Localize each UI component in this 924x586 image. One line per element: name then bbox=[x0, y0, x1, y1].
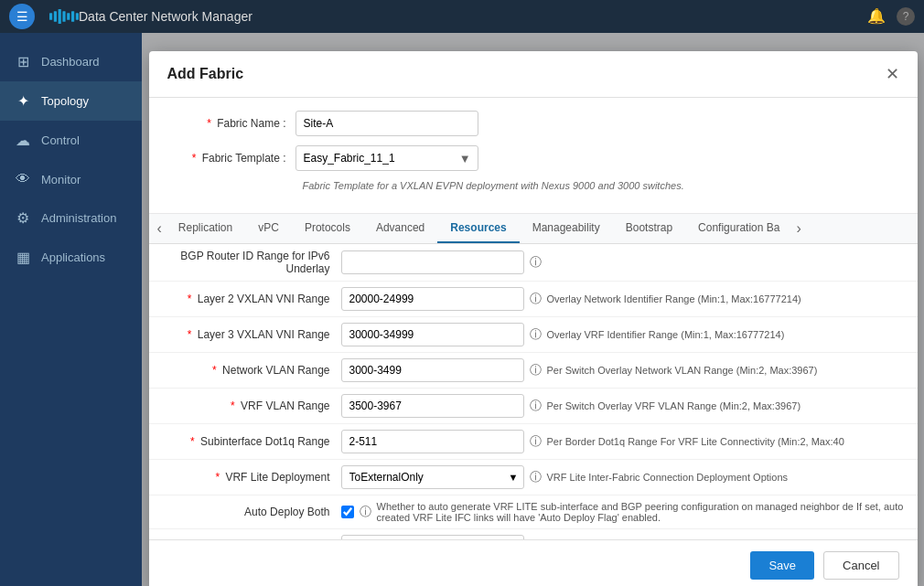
info-text: VRF Lite Inter-Fabric Connection Deploym… bbox=[547, 472, 918, 483]
sidebar-item-control[interactable]: ☁ Control bbox=[0, 121, 142, 160]
close-button[interactable]: ✕ bbox=[886, 64, 899, 84]
row-label: * Network VLAN Range bbox=[149, 364, 341, 377]
sidebar-label-apps: Applications bbox=[41, 250, 105, 264]
info-icon[interactable]: ⓘ bbox=[530, 398, 542, 414]
info-icon[interactable]: ⓘ bbox=[530, 291, 542, 307]
network-vlan-input[interactable] bbox=[341, 358, 524, 382]
fabric-name-label: * Fabric Name : bbox=[167, 117, 295, 130]
table-row: * Subinterface Dot1q Range ⓘ Per Border … bbox=[149, 424, 918, 460]
tab-protocols[interactable]: Protocols bbox=[292, 214, 363, 243]
fabric-name-row: * Fabric Name : bbox=[167, 111, 899, 136]
table-row: * Network VLAN Range ⓘ Per Switch Overla… bbox=[149, 353, 918, 389]
info-text: Whether to auto generate VRF LITE sub-in… bbox=[377, 501, 918, 523]
row-label: Auto Deploy Both bbox=[149, 506, 341, 518]
svg-rect-3 bbox=[62, 11, 65, 22]
apps-icon: ▦ bbox=[14, 249, 32, 266]
tabs-container: ‹ Replication vPC Protocols Advanced Res… bbox=[149, 214, 918, 244]
info-icon[interactable]: ⓘ bbox=[530, 469, 542, 485]
row-label: * VRF VLAN Range bbox=[149, 400, 341, 412]
dashboard-icon: ⊞ bbox=[14, 53, 32, 70]
help-icon[interactable]: ? bbox=[897, 7, 915, 26]
table-row: * VRF Lite Subnet IP Range ⓘ Address ran… bbox=[149, 529, 918, 539]
cancel-button[interactable]: Cancel bbox=[823, 551, 898, 580]
sidebar-label-topology: Topology bbox=[41, 94, 89, 108]
svg-rect-0 bbox=[49, 13, 52, 19]
modal-title: Add Fabric bbox=[167, 66, 244, 82]
vrf-vlan-input[interactable] bbox=[341, 394, 524, 418]
tab-vpc[interactable]: vPC bbox=[245, 214, 292, 243]
sidebar-item-administration[interactable]: ⚙ Administration bbox=[0, 198, 142, 238]
row-label: * Layer 3 VXLAN VNI Range bbox=[149, 328, 341, 341]
table-row: * Layer 2 VXLAN VNI Range ⓘ Overlay Netw… bbox=[149, 282, 918, 317]
sidebar-item-dashboard[interactable]: ⊞ Dashboard bbox=[0, 42, 142, 81]
sidebar-label-control: Control bbox=[41, 133, 80, 147]
tab-config-backup[interactable]: Configuration Ba bbox=[685, 214, 792, 243]
fabric-name-input[interactable] bbox=[295, 111, 478, 136]
l3-vxlan-input[interactable] bbox=[341, 323, 524, 346]
tab-manageability[interactable]: Manageability bbox=[520, 214, 613, 243]
info-text: Per Border Dot1q Range For VRF Lite Conn… bbox=[547, 436, 918, 447]
svg-rect-1 bbox=[54, 11, 57, 22]
modal-overlay: Add Fabric ✕ * Fabric Name : * bbox=[142, 33, 924, 586]
modal-header: Add Fabric ✕ bbox=[149, 51, 918, 98]
info-icon[interactable]: ⓘ bbox=[530, 326, 542, 343]
cisco-logo bbox=[49, 7, 79, 26]
table-row: * VRF VLAN Range ⓘ Per Switch Overlay VR… bbox=[149, 389, 918, 424]
row-label: BGP Router ID Range for IPv6 Underlay bbox=[149, 250, 341, 275]
fabric-form: * Fabric Name : * Fabric Template : Easy bbox=[149, 98, 918, 214]
l2-vxlan-input[interactable] bbox=[341, 287, 524, 311]
hamburger-icon[interactable]: ☰ bbox=[9, 4, 35, 29]
fabric-template-select[interactable]: Easy_Fabric_11_1 bbox=[295, 145, 478, 171]
info-icon[interactable]: ⓘ bbox=[530, 433, 542, 450]
modal-footer: Save Cancel bbox=[149, 539, 918, 586]
save-button[interactable]: Save bbox=[750, 551, 814, 580]
fabric-template-hint: Fabric Template for a VXLAN EVPN deploym… bbox=[303, 180, 684, 191]
tab-prev-button[interactable]: ‹ bbox=[154, 215, 166, 242]
tab-resources[interactable]: Resources bbox=[437, 214, 519, 243]
table-row: BGP Router ID Range for IPv6 Underlay ⓘ bbox=[149, 244, 918, 282]
tab-advanced[interactable]: Advanced bbox=[363, 214, 437, 243]
table-row: Auto Deploy Both ⓘ Whether to auto gener… bbox=[149, 495, 918, 529]
vrf-lite-select[interactable]: ToExternalOnly bbox=[341, 465, 524, 489]
info-text: Per Switch Overlay Network VLAN Range (M… bbox=[547, 365, 918, 376]
tab-next-button[interactable]: › bbox=[792, 215, 804, 242]
bgp-router-id-input[interactable] bbox=[341, 250, 524, 274]
required-star: * bbox=[207, 117, 211, 130]
row-label: * VRF Lite Deployment bbox=[149, 471, 341, 484]
info-text: Overlay VRF Identifier Range (Min:1, Max… bbox=[547, 329, 918, 340]
info-icon[interactable]: ⓘ bbox=[530, 254, 542, 271]
vrf-lite-select-wrap: ToExternalOnly ▼ bbox=[341, 465, 524, 489]
fabric-hint-row: Fabric Template for a VXLAN EVPN deploym… bbox=[167, 180, 899, 191]
add-fabric-modal: Add Fabric ✕ * Fabric Name : * bbox=[149, 51, 918, 586]
sidebar-item-monitor[interactable]: 👁 Monitor bbox=[0, 160, 142, 198]
svg-rect-5 bbox=[71, 11, 74, 22]
auto-deploy-checkbox[interactable] bbox=[341, 506, 354, 518]
info-icon[interactable]: ⓘ bbox=[530, 362, 542, 378]
resources-table: BGP Router ID Range for IPv6 Underlay ⓘ … bbox=[149, 244, 918, 539]
fabric-template-row: * Fabric Template : Easy_Fabric_11_1 ▼ bbox=[167, 145, 899, 171]
row-label: * Layer 2 VXLAN VNI Range bbox=[149, 293, 341, 305]
info-text: Overlay Network Identifier Range (Min:1,… bbox=[547, 293, 918, 304]
row-label: * Subinterface Dot1q Range bbox=[149, 435, 341, 448]
top-bar: ☰ Data Center Network Manager 🔔 ? bbox=[0, 0, 924, 33]
sidebar-item-applications[interactable]: ▦ Applications bbox=[0, 238, 142, 277]
table-row: * Layer 3 VXLAN VNI Range ⓘ Overlay VRF … bbox=[149, 317, 918, 353]
svg-rect-4 bbox=[67, 13, 70, 19]
topology-icon: ✦ bbox=[14, 92, 32, 110]
monitor-icon: 👁 bbox=[14, 171, 32, 187]
fabric-template-label: * Fabric Template : bbox=[167, 152, 295, 165]
sidebar-label-admin: Administration bbox=[41, 211, 116, 225]
sidebar-item-topology[interactable]: ✦ Topology bbox=[0, 81, 142, 121]
sidebar-label-monitor: Monitor bbox=[41, 173, 81, 186]
fabric-template-select-wrap: Easy_Fabric_11_1 ▼ bbox=[295, 145, 478, 171]
sidebar: ⊞ Dashboard ✦ Topology ☁ Control 👁 Monit… bbox=[0, 33, 142, 586]
tab-bootstrap[interactable]: Bootstrap bbox=[613, 214, 685, 243]
subinterface-input[interactable] bbox=[341, 430, 524, 453]
app-title: Data Center Network Manager bbox=[79, 9, 252, 24]
svg-rect-2 bbox=[59, 9, 61, 24]
tab-replication[interactable]: Replication bbox=[166, 214, 245, 243]
control-icon: ☁ bbox=[14, 132, 32, 149]
info-icon[interactable]: ⓘ bbox=[360, 504, 371, 520]
content-area: Add Fabric ✕ * Fabric Name : * bbox=[142, 33, 924, 586]
notification-icon[interactable]: 🔔 bbox=[867, 7, 886, 26]
